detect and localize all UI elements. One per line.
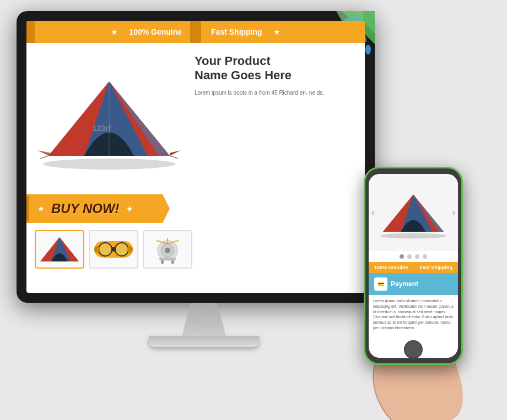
svg-point-19 bbox=[165, 248, 170, 253]
svg-point-13 bbox=[115, 243, 128, 256]
phone-dots bbox=[369, 251, 458, 262]
shipping-badge: Fast Shipping bbox=[211, 28, 262, 36]
phone-home-button[interactable] bbox=[404, 340, 423, 359]
phone-genuine-text: 100% Genuine bbox=[374, 265, 408, 270]
monitor-screen: ★ 100% Genuine ★ Fast Shipping ★ bbox=[26, 21, 365, 293]
product-title-line2: Name Goes Here bbox=[195, 68, 351, 83]
phone-dot-4 bbox=[423, 254, 427, 259]
phone-dot-3 bbox=[415, 254, 419, 259]
monitor: ★ 100% Genuine ★ Fast Shipping ★ bbox=[17, 11, 391, 385]
monitor-body: ★ 100% Genuine ★ Fast Shipping ★ bbox=[17, 11, 375, 303]
buy-now-banner[interactable]: ★ BUY NOW! ★ bbox=[26, 194, 170, 223]
phone-description: Lorem ipsum dolor sit amet, consectetur … bbox=[369, 295, 458, 334]
svg-line-8 bbox=[40, 156, 48, 159]
svg-rect-15 bbox=[94, 246, 100, 253]
monitor-stand-base bbox=[149, 336, 259, 347]
star-icon-3: ★ bbox=[273, 28, 281, 36]
thumbnails bbox=[26, 226, 365, 273]
phone-dot-2 bbox=[407, 254, 412, 259]
buy-now-section: ★ BUY NOW! ★ bbox=[26, 192, 365, 226]
phone: ‹ › bbox=[353, 167, 474, 409]
scene: ★ 100% Genuine ★ Fast Shipping ★ bbox=[0, 0, 507, 420]
star-icon-1: ★ bbox=[111, 28, 118, 36]
phone-screen: ‹ › bbox=[369, 174, 458, 358]
tent-main-image: 123rf bbox=[37, 65, 181, 170]
phone-nav-right[interactable]: › bbox=[452, 207, 455, 219]
product-description: Lorem ipsum is boots in a from 45 Richar… bbox=[195, 89, 351, 97]
thumbnail-3[interactable] bbox=[143, 230, 192, 269]
phone-shipping-text: Fast Shipping bbox=[420, 265, 453, 270]
phone-body: ‹ › bbox=[364, 167, 463, 365]
svg-point-26 bbox=[380, 233, 446, 239]
phone-tent-image bbox=[377, 182, 449, 243]
svg-line-9 bbox=[170, 156, 178, 159]
banner-strip: ★ 100% Genuine ★ Fast Shipping ★ bbox=[26, 21, 365, 43]
product-title: Your Product Name Goes Here bbox=[195, 54, 351, 83]
product-info: Your Product Name Goes Here Lorem ipsum … bbox=[186, 48, 359, 186]
phone-screen-content: ‹ › bbox=[369, 174, 458, 358]
phone-nav-left[interactable]: ‹ bbox=[371, 207, 375, 219]
monitor-stand-neck bbox=[182, 303, 226, 336]
svg-point-12 bbox=[99, 243, 112, 256]
phone-dot-1 bbox=[400, 254, 404, 259]
svg-rect-14 bbox=[112, 247, 115, 252]
payment-icon-symbol: 💳 bbox=[377, 281, 384, 287]
thumbnail-1[interactable] bbox=[35, 230, 84, 269]
product-title-line1: Your Product bbox=[195, 54, 351, 68]
star-icon-2: ★ bbox=[193, 28, 200, 36]
buy-star-left: ★ bbox=[37, 204, 45, 213]
buy-star-right: ★ bbox=[126, 204, 133, 213]
buy-now-text: BUY NOW! bbox=[51, 201, 120, 216]
product-image-area: 123rf bbox=[32, 48, 186, 186]
svg-rect-16 bbox=[127, 246, 133, 253]
payment-title: Payment bbox=[391, 280, 418, 288]
svg-point-6 bbox=[43, 159, 175, 170]
phone-banner: 100% Genuine Fast Shipping bbox=[369, 262, 458, 273]
svg-point-5 bbox=[365, 45, 371, 54]
genuine-badge: 100% Genuine bbox=[129, 28, 182, 36]
phone-payment-section: 💳 Payment bbox=[369, 273, 458, 295]
product-section: 123rf Your Product Name Goes Here Lorem … bbox=[26, 43, 365, 192]
svg-rect-22 bbox=[159, 258, 176, 260]
svg-text:123rf: 123rf bbox=[93, 124, 111, 133]
payment-icon: 💳 bbox=[374, 277, 387, 291]
thumbnail-2[interactable] bbox=[89, 230, 138, 269]
screen-content: ★ 100% Genuine ★ Fast Shipping ★ bbox=[26, 21, 365, 293]
phone-product-image: ‹ › bbox=[369, 174, 458, 251]
